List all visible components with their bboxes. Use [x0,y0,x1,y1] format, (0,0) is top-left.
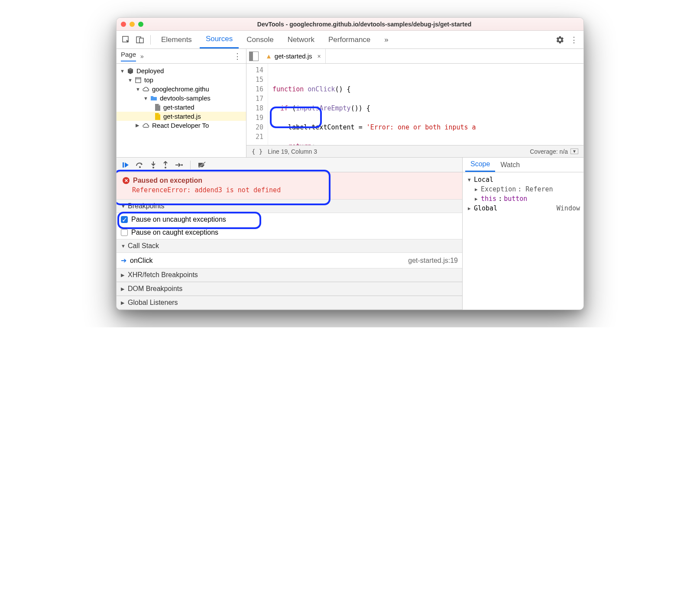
line-num: 20 [246,123,263,132]
resume-button-icon[interactable] [122,161,130,169]
editor-file-tab-label: get-started.js [275,52,312,60]
tree-origin-label: googlechrome.githu [152,85,209,93]
deactivate-breakpoints-icon[interactable] [198,162,206,168]
settings-gear-icon[interactable] [554,34,566,46]
scope-global-label: Global [474,204,497,212]
section-breakpoints[interactable]: ▼Breakpoints [117,199,462,213]
line-num: 15 [246,75,263,84]
scope-val: : Referen [518,185,553,193]
panel-tabbar: Elements Sources Console Network Perform… [117,31,583,49]
upper-pane: Page » ⋮ ▼ Deployed ▼ top ▼ googlechrome… [117,49,583,157]
window-title: DevTools - googlechrome.github.io/devtoo… [149,21,579,28]
tree-deployed[interactable]: ▼ Deployed [117,66,246,75]
device-toolbar-icon[interactable] [134,34,146,46]
tab-sources[interactable]: Sources [200,31,239,48]
svg-rect-2 [139,38,143,43]
minimize-window-button[interactable] [130,22,135,27]
step-over-icon[interactable] [136,162,144,168]
pause-uncaught-label: Pause on uncaught exceptions [131,216,226,223]
callstack-frame[interactable]: ➔ onClick get-started.js:19 [117,253,462,268]
warning-icon: ▲ [266,52,272,60]
cloud-icon [143,122,149,129]
tree-top-label: top [144,76,153,84]
tree-deployed-label: Deployed [136,67,164,74]
divider [190,161,191,169]
scope-global[interactable]: ▶GlobalWindow [466,204,580,213]
scope-tabs: Scope Watch [463,158,583,172]
scope-sep: : [498,195,502,203]
scope-local[interactable]: ▼Local [466,175,580,184]
close-window-button[interactable] [121,22,126,27]
js-file-icon [154,113,161,120]
toggle-navigator-icon[interactable] [249,52,259,61]
line-num: 14 [246,65,263,75]
scope-val: button [504,195,527,203]
tree-file-js[interactable]: get-started.js [117,112,246,121]
tree-top[interactable]: ▼ top [117,75,246,84]
paused-banner: ✕ Paused on exception ReferenceError: ad… [117,172,462,199]
line-num: 21 [246,132,263,142]
tab-elements[interactable]: Elements [155,31,198,48]
tab-scope[interactable]: Scope [465,158,495,172]
coverage-dropdown-icon[interactable]: ▼ [570,149,578,154]
coverage-label: Coverage: n/a [530,148,568,155]
section-xhr[interactable]: ▶XHR/fetch Breakpoints [117,268,462,282]
svg-rect-3 [136,78,141,83]
tab-console[interactable]: Console [240,31,279,48]
format-braces-icon[interactable]: { } [252,148,262,155]
pause-caught-row[interactable]: Pause on caught exceptions [117,226,462,239]
step-out-icon[interactable] [162,161,169,169]
tree-origin[interactable]: ▼ googlechrome.githu [117,84,246,94]
inspect-element-icon[interactable] [120,34,132,46]
callstack-fn: onClick [130,257,152,265]
step-icon[interactable] [175,162,183,168]
section-label: Breakpoints [128,202,165,210]
tree-folder[interactable]: ▼ devtools-samples [117,94,246,103]
token: ; [311,142,315,145]
line-gutter: 14 15 16 17 18 19 20 21 [246,64,268,145]
svg-point-9 [181,164,183,166]
editor-file-tab[interactable]: ▲ get-started.js × [261,49,326,63]
token: () { [335,85,351,93]
nav-tabs-overflow[interactable]: » [140,53,144,60]
nav-tab-page[interactable]: Page [121,51,136,61]
section-label: DOM Breakpoints [128,285,182,293]
step-into-icon[interactable] [150,161,156,169]
tab-network[interactable]: Network [282,31,321,48]
checkbox-unchecked-icon[interactable] [121,229,128,236]
tab-watch[interactable]: Watch [495,158,525,172]
scope-this[interactable]: ▶this: button [466,194,580,204]
section-callstack[interactable]: ▼Call Stack [117,239,462,253]
token: if [272,104,288,112]
tree-file-html[interactable]: get-started [117,103,246,112]
editor-pane: ▲ get-started.js × 14 15 16 17 18 19 20 … [246,49,583,157]
section-global[interactable]: ▶Global Listeners [117,296,462,310]
zoom-window-button[interactable] [138,22,143,27]
token: 'Error: one or both inputs a [366,123,476,131]
tab-performance[interactable]: Performance [322,31,376,48]
section-dom[interactable]: ▶DOM Breakpoints [117,282,462,296]
divider [150,35,151,45]
scope-body: ▼Local ▶Exception: Referen ▶this: button… [463,172,583,216]
tree-file-js-label: get-started.js [163,113,201,120]
token: onClick [304,85,335,93]
section-label: Call Stack [128,242,159,250]
traffic-lights [121,22,143,27]
kebab-menu-icon[interactable]: ⋮ [568,34,580,46]
tabs-overflow[interactable]: » [378,31,394,48]
svg-point-8 [165,167,166,168]
token: function [272,85,304,93]
navigator-pane: Page » ⋮ ▼ Deployed ▼ top ▼ googlechrome… [117,49,246,157]
nav-menu-icon[interactable]: ⋮ [233,52,242,61]
pause-uncaught-row[interactable]: ✓ Pause on uncaught exceptions [117,213,462,226]
debugger-left: ✕ Paused on exception ReferenceError: ad… [117,158,462,310]
tree-file-html-label: get-started [163,103,194,111]
close-tab-icon[interactable]: × [318,53,321,60]
svg-point-6 [139,166,141,168]
tree-extension[interactable]: ▶ React Developer To [117,121,246,130]
line-num: 17 [246,94,263,103]
scope-exception[interactable]: ▶Exception: Referen [466,184,580,194]
code-area[interactable]: 14 15 16 17 18 19 20 21 function onClick… [246,64,583,145]
file-tree: ▼ Deployed ▼ top ▼ googlechrome.githu ▼ … [117,64,246,132]
checkbox-checked-icon[interactable]: ✓ [121,216,128,223]
